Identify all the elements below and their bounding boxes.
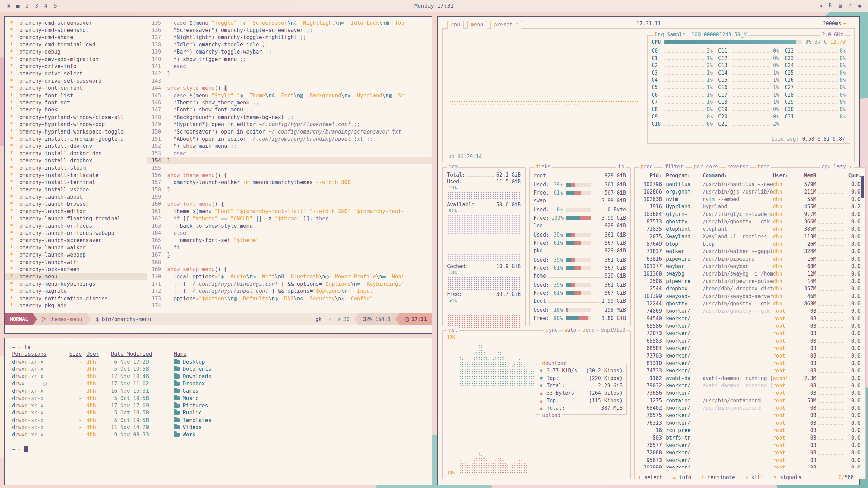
file-item[interactable]: *omarchy-menu-keybindings (5, 280, 147, 287)
footer-kill[interactable]: k kill (745, 474, 764, 481)
process-row[interactable]: 72073kworker/root0B0.0 (639, 330, 862, 337)
mem-title[interactable]: mem (447, 164, 459, 170)
footer-signals[interactable]: s signals (774, 474, 801, 481)
process-row[interactable]: 68583kworker/root0B0.0 (639, 337, 862, 345)
file-item[interactable]: *omarchy-launch-floating-terminal- (5, 215, 147, 222)
process-row[interactable]: 71835elephantelephantdhh385M0.0 (639, 225, 862, 233)
toggle-reverse[interactable]: reverse (726, 164, 750, 170)
col-program[interactable]: Program: (666, 172, 703, 179)
process-row[interactable]: 81310kworker/root0B0.0 (639, 360, 862, 367)
display-icon[interactable]: ▥ (839, 3, 842, 9)
col-pid[interactable]: Pid: (639, 172, 666, 179)
process-row[interactable]: 76577kworker/root0B0.0 (639, 442, 862, 449)
file-item[interactable]: *omarchy-install-tailscale (5, 171, 147, 179)
process-row[interactable]: 76575kworker/root0B0.0 (639, 412, 862, 419)
code-line[interactable]: 164 else (147, 229, 432, 237)
footer-info[interactable]: ↵ info (673, 474, 691, 481)
file-item[interactable]: *omarchy-lock-screen (5, 266, 147, 273)
file-item[interactable]: *omarchy-launch-webapp (5, 251, 147, 259)
code-line[interactable]: 148 *Background*) omarchy-theme-bg-next … (147, 114, 432, 121)
process-row[interactable]: 73656kworker/root0B0.0 (639, 389, 862, 397)
code-line[interactable]: 136 *Screensaver*) omarchy-toggle-screen… (147, 26, 432, 34)
code-line[interactable]: 143 (147, 77, 432, 84)
file-item[interactable]: *omarchy-cmd-terminal-cwd (5, 41, 147, 48)
file-item[interactable]: *omarchy-pkg-add (5, 302, 147, 309)
file-item[interactable]: *omarchy-font-list (5, 92, 147, 99)
process-row[interactable]: 2544dropbox/home/dhh/.dropbox-distdhh357… (639, 285, 862, 292)
process-row[interactable]: 803btrfs-trroot0B0.0 (639, 434, 862, 442)
file-item[interactable]: *omarchy-hook (5, 106, 147, 114)
file-item[interactable]: *omarchy-font-set (5, 99, 147, 106)
process-row[interactable]: 74733kworker/root0B0.0 (639, 367, 862, 374)
file-item[interactable]: *omarchy-launch-or-focus (5, 222, 147, 229)
process-row[interactable]: 102638nvimnvim --embeddhh55M0.0 (639, 196, 862, 203)
process-row[interactable]: 101399swayosd-/usr/bin/swayosd-serverdhh… (639, 292, 862, 300)
sort-selector[interactable]: cpu lazy ↑ (820, 164, 853, 170)
code-line[interactable]: 156show_theme_menu() { (147, 171, 432, 179)
file-item[interactable]: *omarchy-install-terminal (5, 179, 147, 186)
process-row[interactable]: 95673kworker/root0B0.0 (639, 456, 862, 464)
command-line[interactable] (5, 325, 432, 333)
file-item[interactable]: *omarchy-launch-screensaver (5, 237, 147, 244)
code-line[interactable]: 171 [ -f ~/.config/hypr/bindings.conf ] … (147, 280, 432, 287)
file-item[interactable]: *omarchy-hyprland-workspace-toggle (5, 128, 147, 135)
code-line[interactable]: 157 omarchy-launch-walker -m menus:omarc… (147, 179, 432, 186)
code-line[interactable]: 170 local options="◉ Audio\n≈ Wifi\nɃ Bl… (147, 273, 432, 280)
code-line[interactable]: 149 *Hyprland*) open_in_editor ~/.config… (147, 121, 432, 128)
process-row[interactable]: 63816pipewire/usr/bin/pipewiredhh16M0.0 (639, 255, 862, 263)
file-item[interactable]: *omarchy-install-dropbox (5, 157, 147, 164)
file-item[interactable]: *omarchy-launch-walker (5, 244, 147, 251)
refresh-interval[interactable]: 2000ms+ (823, 21, 846, 27)
code-line[interactable]: 137 *Nightlight*) omarchy-toggle-nightli… (147, 34, 432, 41)
net-button-sync[interactable]: sync (544, 327, 559, 333)
code-line[interactable]: 154} (147, 157, 432, 164)
net-title[interactable]: net (447, 327, 459, 333)
code-line[interactable]: 140 *) show_trigger_menu ;; (147, 56, 432, 63)
process-row[interactable]: 2506pipewire/usr/bin/pipewire-pulsedhh14… (639, 278, 862, 285)
process-row[interactable]: 102099kworker/root0B0.0 (639, 464, 862, 468)
file-item[interactable]: *omarchy-hyprland-window-close-all (5, 114, 147, 121)
code-line[interactable]: 166 fi (147, 244, 432, 251)
process-row[interactable]: 103684glycin-i/usr/lib/glycin-loadersdhh… (639, 210, 862, 218)
code-line[interactable]: 172 [ -f ~/.config/hypr/input.conf ] && … (147, 287, 432, 294)
io-toggle[interactable]: io (616, 164, 626, 170)
process-row[interactable]: 71837walker/usr/bin/walker --gappldhh324… (639, 248, 862, 255)
code-line[interactable]: 142} (147, 70, 432, 77)
process-row[interactable]: 1916HyprlandHyprlanddhh455M0.2 (639, 203, 862, 210)
file-item[interactable]: *omarchy-launch-about (5, 193, 147, 200)
process-row[interactable]: 68584kworker/root0B0.0 (639, 345, 862, 352)
code-line[interactable]: 169show_setup_menu() { (147, 266, 432, 273)
net-button-zero[interactable]: zero (581, 327, 596, 333)
process-row[interactable]: 12244ghostty/usr/bin/ghostty --gtk-dhh86… (639, 300, 862, 307)
col-mem[interactable]: MemB (795, 172, 816, 179)
code-line[interactable]: 168 (147, 259, 432, 266)
net-button-auto[interactable]: auto (563, 327, 578, 333)
file-item[interactable]: *omarchy-launch-wifi (5, 259, 147, 266)
toggle-tree[interactable]: tree (756, 164, 771, 170)
code-line[interactable]: 162 if [[ "$theme" == "CNCLD" || -z "$th… (147, 215, 432, 222)
process-row[interactable]: 2075XwaylandXwayland :1 -rootless -dhh11… (639, 233, 862, 240)
terminal-prompt-line[interactable]: ~ › (12, 446, 425, 453)
process-row[interactable]: 87649btopbtopdhh26M0.0 (639, 240, 862, 248)
code-line[interactable]: 160show_font_menu() { (147, 201, 432, 208)
toggle-per-core[interactable]: per-core (692, 164, 719, 170)
plus-icon[interactable]: + (841, 21, 846, 27)
volume-icon[interactable]: ♪ (848, 3, 851, 9)
process-row[interactable]: 68586kworker/root0B0.0 (639, 322, 862, 330)
proc-title[interactable]: proc (639, 164, 654, 170)
code-line[interactable]: 150 *Screensaver*) open_in_editor ~/.con… (147, 128, 432, 135)
col-cpu[interactable]: Cpu% (846, 172, 862, 179)
disks-title[interactable]: disks (534, 164, 552, 170)
file-item[interactable]: *omarchy-migrate (5, 287, 147, 294)
file-item[interactable]: *omarchy-drive-select (5, 70, 147, 77)
code-line[interactable]: 151 *About*) open_in_editor ~/.config/om… (147, 135, 432, 142)
code-line[interactable]: 145 case $(menu "Style" "◑ Theme\nA Font… (147, 92, 432, 99)
code-line[interactable]: 147 *Font*) show_font_menu ;; (147, 106, 432, 114)
file-item[interactable]: *omarchy-menu (5, 273, 147, 280)
file-item[interactable]: *omarchy-launch-browser (5, 201, 147, 208)
code-line[interactable]: 167} (147, 251, 432, 259)
code-line[interactable]: 158} (147, 186, 432, 193)
filter-button[interactable]: filter (663, 164, 685, 170)
file-item[interactable]: *omarchy-font-current (5, 85, 147, 92)
code-line[interactable]: 153 esac (147, 150, 432, 157)
